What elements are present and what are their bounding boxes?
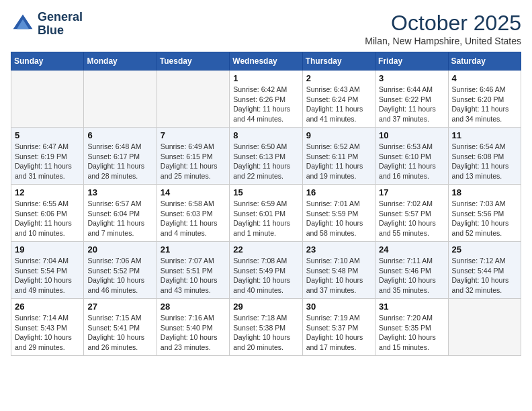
day-info: Sunrise: 6:53 AM Sunset: 6:10 PM Dayligh… <box>379 142 444 181</box>
calendar-cell: 21Sunrise: 7:07 AM Sunset: 5:51 PM Dayli… <box>157 242 229 299</box>
col-header-monday: Monday <box>84 52 157 71</box>
day-number: 19 <box>15 244 80 255</box>
day-info: Sunrise: 7:02 AM Sunset: 5:57 PM Dayligh… <box>379 199 444 238</box>
day-info: Sunrise: 6:49 AM Sunset: 6:15 PM Dayligh… <box>161 142 226 181</box>
day-number: 2 <box>306 73 371 83</box>
calendar-cell: 25Sunrise: 7:12 AM Sunset: 5:44 PM Dayli… <box>448 242 521 299</box>
day-number: 1 <box>233 73 298 83</box>
day-number: 29 <box>233 302 298 312</box>
day-info: Sunrise: 7:01 AM Sunset: 5:59 PM Dayligh… <box>306 199 371 238</box>
day-number: 23 <box>306 244 371 255</box>
col-header-sunday: Sunday <box>11 52 84 71</box>
day-number: 21 <box>161 244 226 255</box>
day-number: 24 <box>379 244 444 255</box>
calendar-cell: 27Sunrise: 7:15 AM Sunset: 5:41 PM Dayli… <box>84 299 157 356</box>
day-info: Sunrise: 7:08 AM Sunset: 5:49 PM Dayligh… <box>233 256 298 295</box>
week-row-3: 12Sunrise: 6:55 AM Sunset: 6:06 PM Dayli… <box>11 185 521 242</box>
day-number: 5 <box>15 130 80 140</box>
calendar-header-row: SundayMondayTuesdayWednesdayThursdayFrid… <box>11 52 521 71</box>
col-header-friday: Friday <box>375 52 448 71</box>
day-number: 4 <box>452 73 517 83</box>
calendar-cell: 13Sunrise: 6:57 AM Sunset: 6:04 PM Dayli… <box>84 185 157 242</box>
page-header: General Blue October 2025 Milan, New Ham… <box>11 11 521 46</box>
calendar-cell: 14Sunrise: 6:58 AM Sunset: 6:03 PM Dayli… <box>157 185 229 242</box>
day-info: Sunrise: 7:14 AM Sunset: 5:43 PM Dayligh… <box>15 313 80 353</box>
day-number: 27 <box>87 302 152 312</box>
calendar-cell: 10Sunrise: 6:53 AM Sunset: 6:10 PM Dayli… <box>375 128 448 185</box>
day-number: 22 <box>233 244 298 255</box>
logo-text: General Blue <box>38 11 83 38</box>
col-header-tuesday: Tuesday <box>157 52 229 71</box>
day-number: 18 <box>452 187 517 197</box>
day-number: 12 <box>15 187 80 197</box>
logo-icon <box>11 12 35 36</box>
day-number: 6 <box>87 130 152 140</box>
title-block: October 2025 Milan, New Hampshire, Unite… <box>365 11 521 46</box>
calendar-cell: 18Sunrise: 7:03 AM Sunset: 5:56 PM Dayli… <box>448 185 521 242</box>
calendar-cell <box>448 299 521 356</box>
logo: General Blue <box>11 11 83 38</box>
day-info: Sunrise: 6:54 AM Sunset: 6:08 PM Dayligh… <box>452 142 517 181</box>
calendar-cell: 1Sunrise: 6:42 AM Sunset: 6:26 PM Daylig… <box>230 71 302 128</box>
calendar-cell: 26Sunrise: 7:14 AM Sunset: 5:43 PM Dayli… <box>11 299 84 356</box>
day-number: 16 <box>306 187 371 197</box>
day-number: 14 <box>161 187 226 197</box>
day-number: 13 <box>87 187 152 197</box>
calendar-cell: 4Sunrise: 6:46 AM Sunset: 6:20 PM Daylig… <box>448 71 521 128</box>
calendar-cell <box>84 71 157 128</box>
calendar-cell: 6Sunrise: 6:48 AM Sunset: 6:17 PM Daylig… <box>84 128 157 185</box>
calendar-cell: 9Sunrise: 6:52 AM Sunset: 6:11 PM Daylig… <box>302 128 375 185</box>
day-number: 30 <box>306 302 371 312</box>
day-info: Sunrise: 7:20 AM Sunset: 5:35 PM Dayligh… <box>379 313 444 353</box>
day-info: Sunrise: 7:10 AM Sunset: 5:48 PM Dayligh… <box>306 256 371 295</box>
day-number: 25 <box>452 244 517 255</box>
calendar-cell <box>11 71 84 128</box>
day-info: Sunrise: 6:48 AM Sunset: 6:17 PM Dayligh… <box>87 142 152 181</box>
day-number: 20 <box>87 244 152 255</box>
calendar-cell: 23Sunrise: 7:10 AM Sunset: 5:48 PM Dayli… <box>302 242 375 299</box>
day-number: 11 <box>452 130 517 140</box>
day-info: Sunrise: 7:11 AM Sunset: 5:46 PM Dayligh… <box>379 256 444 295</box>
calendar-cell: 17Sunrise: 7:02 AM Sunset: 5:57 PM Dayli… <box>375 185 448 242</box>
location: Milan, New Hampshire, United States <box>365 36 521 46</box>
col-header-wednesday: Wednesday <box>230 52 302 71</box>
calendar-cell: 30Sunrise: 7:19 AM Sunset: 5:37 PM Dayli… <box>302 299 375 356</box>
day-info: Sunrise: 6:50 AM Sunset: 6:13 PM Dayligh… <box>233 142 298 181</box>
calendar-cell: 3Sunrise: 6:44 AM Sunset: 6:22 PM Daylig… <box>375 71 448 128</box>
calendar-cell: 20Sunrise: 7:06 AM Sunset: 5:52 PM Dayli… <box>84 242 157 299</box>
day-number: 31 <box>379 302 444 312</box>
day-number: 3 <box>379 73 444 83</box>
day-info: Sunrise: 6:46 AM Sunset: 6:20 PM Dayligh… <box>452 85 517 124</box>
day-info: Sunrise: 7:15 AM Sunset: 5:41 PM Dayligh… <box>87 313 152 353</box>
day-info: Sunrise: 7:12 AM Sunset: 5:44 PM Dayligh… <box>452 256 517 295</box>
day-info: Sunrise: 6:55 AM Sunset: 6:06 PM Dayligh… <box>15 199 80 238</box>
calendar-cell: 22Sunrise: 7:08 AM Sunset: 5:49 PM Dayli… <box>230 242 302 299</box>
day-number: 9 <box>306 130 371 140</box>
calendar-cell: 15Sunrise: 6:59 AM Sunset: 6:01 PM Dayli… <box>230 185 302 242</box>
calendar-cell: 8Sunrise: 6:50 AM Sunset: 6:13 PM Daylig… <box>230 128 302 185</box>
day-info: Sunrise: 6:47 AM Sunset: 6:19 PM Dayligh… <box>15 142 80 181</box>
day-info: Sunrise: 7:04 AM Sunset: 5:54 PM Dayligh… <box>15 256 80 295</box>
day-number: 8 <box>233 130 298 140</box>
week-row-2: 5Sunrise: 6:47 AM Sunset: 6:19 PM Daylig… <box>11 128 521 185</box>
calendar-cell: 31Sunrise: 7:20 AM Sunset: 5:35 PM Dayli… <box>375 299 448 356</box>
day-number: 17 <box>379 187 444 197</box>
day-info: Sunrise: 7:06 AM Sunset: 5:52 PM Dayligh… <box>87 256 152 295</box>
col-header-thursday: Thursday <box>302 52 375 71</box>
day-number: 26 <box>15 302 80 312</box>
day-info: Sunrise: 7:18 AM Sunset: 5:38 PM Dayligh… <box>233 313 298 353</box>
day-info: Sunrise: 6:58 AM Sunset: 6:03 PM Dayligh… <box>161 199 226 238</box>
calendar: SundayMondayTuesdayWednesdayThursdayFrid… <box>11 52 521 356</box>
day-info: Sunrise: 6:57 AM Sunset: 6:04 PM Dayligh… <box>87 199 152 238</box>
day-info: Sunrise: 7:16 AM Sunset: 5:40 PM Dayligh… <box>161 313 226 353</box>
day-number: 28 <box>161 302 226 312</box>
day-info: Sunrise: 6:59 AM Sunset: 6:01 PM Dayligh… <box>233 199 298 238</box>
calendar-cell: 16Sunrise: 7:01 AM Sunset: 5:59 PM Dayli… <box>302 185 375 242</box>
calendar-cell: 24Sunrise: 7:11 AM Sunset: 5:46 PM Dayli… <box>375 242 448 299</box>
day-info: Sunrise: 6:43 AM Sunset: 6:24 PM Dayligh… <box>306 85 371 124</box>
month-title: October 2025 <box>365 11 521 36</box>
calendar-cell: 12Sunrise: 6:55 AM Sunset: 6:06 PM Dayli… <box>11 185 84 242</box>
week-row-4: 19Sunrise: 7:04 AM Sunset: 5:54 PM Dayli… <box>11 242 521 299</box>
day-info: Sunrise: 6:52 AM Sunset: 6:11 PM Dayligh… <box>306 142 371 181</box>
day-number: 10 <box>379 130 444 140</box>
